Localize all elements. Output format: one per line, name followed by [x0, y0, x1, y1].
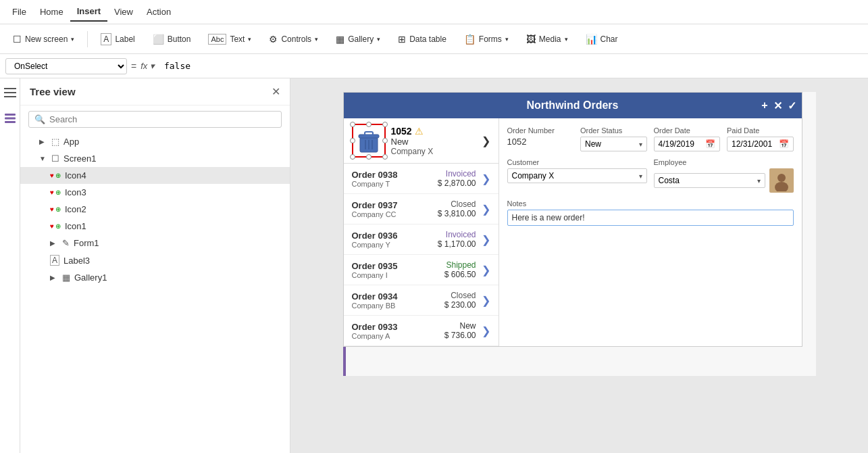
search-input[interactable] [49, 114, 276, 124]
hamburger-button[interactable] [0, 84, 20, 103]
app-frame: Northwind Orders + ✕ ✓ [343, 92, 816, 376]
menu-insert[interactable]: Insert [70, 2, 107, 22]
tree-item-form1[interactable]: ▶ ✎ Form1 [20, 235, 290, 252]
screen-icon: ☐ [51, 153, 59, 164]
order-row-0938[interactable]: Order 0938 Company T Invoiced $ 2,870.00… [344, 164, 499, 194]
new-screen-button[interactable]: ☐ New screen ▾ [5, 30, 82, 49]
new-screen-icon: ☐ [13, 34, 22, 45]
chevron-0937: ❯ [482, 203, 490, 216]
menu-view[interactable]: View [107, 3, 140, 21]
tree-item-app[interactable]: ▶ ⬚ App [20, 133, 290, 150]
gallery-button[interactable]: ▦ Gallery ▾ [328, 30, 388, 49]
tree-item-icon3[interactable]: ♥ ⊕ Icon3 [20, 184, 290, 201]
media-button[interactable]: 🖼 Media ▾ [519, 30, 576, 49]
main-area: Tree view ✕ 🔍 ▶ ⬚ App ▼ ☐ Screen1 [0, 78, 868, 453]
employee-avatar [769, 168, 794, 193]
tree-item-label3[interactable]: A Label3 [20, 252, 290, 269]
order-date-field: Order Date 4/19/2019 📅 [654, 126, 721, 151]
property-selector[interactable]: OnSelect [5, 58, 127, 74]
status-select-caret: ▾ [639, 141, 642, 148]
forms-button[interactable]: 📋 Forms ▾ [457, 30, 516, 49]
chevron-0935: ❯ [482, 264, 490, 277]
tree-item-icon2[interactable]: ♥ ⊕ Icon2 [20, 201, 290, 218]
order-row-0935[interactable]: Order 0935 Company I Shipped $ 606.50 ❯ [344, 255, 499, 285]
icon4-badge: ♥ ⊕ [50, 172, 61, 179]
svg-rect-3 [5, 114, 16, 116]
selected-order-status: New [391, 137, 434, 147]
order-status-select[interactable]: New ▾ [580, 137, 647, 151]
nw-add-button[interactable]: + [761, 99, 767, 112]
svg-rect-1 [4, 92, 16, 93]
detail-row-1: Order Number 1052 Order Status New ▾ [507, 126, 794, 151]
chevron-0938: ❯ [482, 172, 490, 185]
nw-body: 1052 ⚠ New Company X ❯ Order 0938 [344, 118, 802, 346]
expand-icon-screen1: ▼ [39, 155, 47, 162]
layers-icon-button[interactable] [1, 109, 20, 130]
order-date-picker[interactable]: 4/19/2019 📅 [654, 137, 721, 151]
expand-icon-form1: ▶ [50, 239, 58, 247]
nw-detail-panel: Order Number 1052 Order Status New ▾ [499, 118, 802, 346]
tree-item-icon4[interactable]: ♥ ⊕ Icon4 [20, 167, 290, 184]
svg-rect-8 [365, 132, 373, 135]
menu-action[interactable]: Action [140, 3, 178, 21]
handle-tl [350, 122, 355, 127]
data-table-icon: ⊞ [398, 34, 406, 45]
controls-button[interactable]: ⚙ Controls ▾ [261, 30, 326, 49]
gallery-icon: ▦ [336, 34, 344, 45]
nw-header: Northwind Orders + ✕ ✓ [344, 93, 802, 118]
avatar-image [771, 170, 792, 191]
toolbar: ☐ New screen ▾ A Label ⬜ Button Abc Text… [0, 24, 868, 54]
customer-select[interactable]: Company X ▾ [507, 168, 647, 183]
selected-order-arrow[interactable]: ❯ [482, 135, 490, 147]
form1-label: Form1 [74, 238, 99, 248]
tree-item-gallery1[interactable]: ▶ ▦ Gallery1 [20, 269, 290, 286]
app-icon: ⬚ [51, 137, 59, 147]
nw-close-button[interactable]: ✕ [773, 99, 782, 112]
icon2-badge: ♥ ⊕ [50, 206, 61, 213]
order-number-value: 1052 [507, 137, 574, 147]
tree-header: Tree view ✕ [20, 78, 290, 105]
calendar-icon-1: 📅 [705, 139, 715, 149]
order-row-0937[interactable]: Order 0937 Company CC Closed $ 3,810.00 … [344, 194, 499, 224]
paid-date-field: Paid Date 12/31/2001 📅 [727, 126, 794, 151]
order-number-field: Order Number 1052 [507, 126, 574, 151]
icon4-label: Icon4 [65, 170, 86, 181]
order-row-0936[interactable]: Order 0936 Company Y Invoiced $ 1,170.00… [344, 224, 499, 255]
nw-orders-list: 1052 ⚠ New Company X ❯ Order 0938 [344, 118, 499, 346]
tree-item-screen1[interactable]: ▼ ☐ Screen1 [20, 150, 290, 167]
order-row-0933[interactable]: Order 0933 Company A New $ 736.00 ❯ [344, 316, 499, 346]
icon3-badge: ♥ ⊕ [50, 189, 61, 196]
text-icon: Abc [208, 34, 226, 45]
svg-rect-2 [4, 96, 16, 97]
fx-label[interactable]: fx ▾ [141, 61, 155, 71]
nw-selected-order[interactable]: 1052 ⚠ New Company X ❯ [344, 118, 499, 164]
data-table-button[interactable]: ⊞ Data table [390, 30, 454, 49]
button-button[interactable]: ⬜ Button [145, 30, 199, 49]
selected-order-number: 1052 [391, 126, 412, 137]
northwind-app: Northwind Orders + ✕ ✓ [343, 92, 802, 347]
icon4-selected-container[interactable] [352, 124, 386, 158]
handle-ml [350, 138, 355, 143]
controls-icon: ⚙ [269, 34, 278, 45]
chart-button[interactable]: 📊 Char [578, 30, 626, 49]
order-row-0934[interactable]: Order 0934 Company BB Closed $ 230.00 ❯ [344, 285, 499, 316]
paid-date-picker[interactable]: 12/31/2001 📅 [727, 137, 794, 151]
text-button[interactable]: Abc Text ▾ [201, 30, 259, 49]
tree-item-icon1[interactable]: ♥ ⊕ Icon1 [20, 218, 290, 235]
label-button[interactable]: A Label [93, 29, 142, 49]
handle-tm [366, 122, 372, 127]
formula-input[interactable] [159, 59, 863, 73]
sidebar-toggle-panel [0, 78, 20, 453]
handle-bm [366, 154, 372, 160]
app-label: App [63, 137, 79, 147]
notes-input[interactable] [507, 210, 794, 226]
employee-select[interactable]: Costa ▾ [654, 173, 765, 188]
menu-file[interactable]: File [5, 3, 33, 21]
menu-home[interactable]: Home [33, 3, 70, 21]
tree-close-button[interactable]: ✕ [272, 85, 280, 98]
expand-icon-gallery1: ▶ [50, 274, 58, 281]
chevron-0936: ❯ [482, 233, 490, 246]
nw-check-button[interactable]: ✓ [788, 99, 796, 112]
selected-order-info: 1052 ⚠ New Company X [391, 126, 434, 156]
chevron-0933: ❯ [482, 325, 490, 337]
